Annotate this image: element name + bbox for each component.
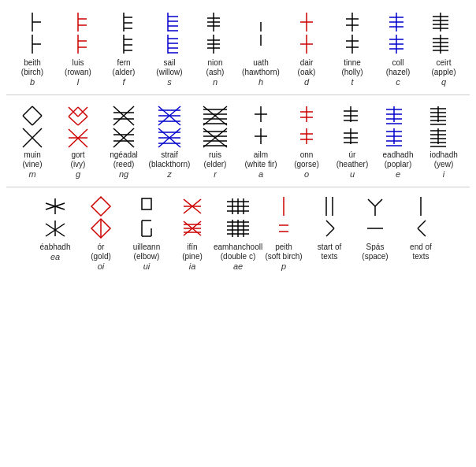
svg-rect-174 [142, 198, 151, 209]
char-uath: uath(hawthorn) h [238, 8, 284, 87]
char-letter-muin: m [28, 169, 35, 179]
section-1: beith(birch) b [6, 8, 470, 87]
svg-line-206 [326, 228, 334, 236]
char-name-ailm: ailm(white fir) [244, 150, 277, 169]
char-letter-straif: z [167, 169, 172, 179]
glyph-eabh-top [42, 195, 69, 217]
glyph-peith-top [274, 195, 293, 217]
char-name-uill: uilleann(elbow) [133, 243, 160, 261]
char-ailm: ailm(white fir) a [238, 100, 284, 179]
char-fern: fern(alder) f [101, 8, 147, 87]
char-name-or: ór(gold) [91, 243, 111, 261]
glyph-eamh-top [223, 195, 253, 217]
glyph-fern-bottom [112, 33, 136, 55]
glyph-start-top [320, 195, 339, 217]
divider-1 [6, 95, 470, 95]
glyph-nion-top [201, 11, 229, 33]
char-name-tinne: tinne(holly) [341, 58, 363, 77]
glyph-straif-bottom [154, 125, 184, 147]
char-coll: coll(hazel) c [375, 8, 421, 87]
char-straif: straif(blackthorn) z [147, 100, 192, 179]
char-letter-onn: o [304, 169, 309, 179]
char-ruis: ruis(elder) r [192, 100, 238, 179]
glyph-end-bottom [411, 217, 430, 239]
char-eadh: eadhadh(poplar) e [375, 100, 421, 179]
char-uill: uilleann(elbow) ui [124, 192, 169, 271]
char-name-fern: fern(alder) [113, 58, 136, 77]
glyph-ailm-bottom [251, 125, 270, 147]
glyph-nion-bottom [201, 33, 229, 55]
glyph-ngead-top [110, 103, 138, 125]
char-end: end oftexts [398, 192, 444, 271]
svg-line-81 [32, 106, 42, 116]
glyph-beith-bottom [20, 33, 44, 55]
char-name-onn: onn(gorse) [294, 150, 319, 169]
svg-line-213 [418, 228, 426, 236]
char-name-dair: dair(oak) [298, 58, 316, 77]
glyph-dair-bottom [297, 33, 316, 55]
glyph-coll-top [385, 11, 411, 33]
char-name-luis: luis(rowan) [65, 58, 91, 77]
glyph-fern-top [112, 11, 136, 33]
char-letter-ur: u [350, 169, 355, 179]
char-name-start: start oftexts [318, 243, 342, 261]
char-name-peith: peith(soft birch) [265, 243, 302, 261]
char-luis: luis(rowan) l [55, 8, 101, 87]
glyph-onn-bottom [296, 125, 318, 147]
char-letter-luis: l [77, 77, 79, 87]
char-start: start oftexts [307, 192, 352, 271]
glyph-eamh-bottom [223, 217, 253, 239]
glyph-ceirt-top [430, 11, 458, 33]
svg-line-212 [418, 221, 426, 228]
char-ur: úr(heather) u [329, 100, 375, 179]
char-name-straif: straif(blackthorn) [149, 150, 191, 169]
glyph-ngead-bottom [110, 125, 138, 147]
char-name-eabh: éabhadh [40, 243, 71, 252]
section-3: éabhadh ea ór(gold) oi [6, 192, 470, 271]
char-ceirt: ceirt(apple) q [421, 8, 467, 87]
char-letter-fern: f [122, 77, 125, 87]
glyph-straif-top [154, 103, 184, 125]
glyph-luis-bottom [66, 33, 90, 55]
glyph-ifin-top [180, 195, 205, 217]
glyph-end-top [411, 195, 430, 217]
char-letter-peith: p [281, 261, 286, 271]
char-name-gort: gort(ivy) [71, 150, 86, 169]
glyph-uath-bottom [253, 33, 269, 55]
char-ifin: ifín(pine) ia [169, 192, 215, 271]
char-onn: onn(gorse) o [284, 100, 329, 179]
glyph-uath-top [253, 11, 269, 33]
char-letter-eamh: ae [233, 261, 243, 271]
glyph-or-top [89, 195, 113, 217]
char-peith: peith(soft birch) p [261, 192, 307, 271]
glyph-spas-top [364, 195, 386, 217]
glyph-eadh-bottom [383, 125, 413, 147]
glyph-ifin-bottom [180, 217, 205, 239]
char-name-uath: uath(hawthorn) [242, 58, 280, 77]
glyph-gort-top [65, 103, 91, 125]
char-letter-or: oi [98, 261, 105, 271]
char-name-eadh: eadhadh(poplar) [383, 150, 414, 169]
char-letter-gort: g [76, 169, 80, 179]
char-dair: dair(oak) d [284, 8, 329, 87]
char-letter-uill: ui [143, 261, 151, 271]
char-name-ur: úr(heather) [337, 150, 369, 169]
svg-line-83 [32, 116, 42, 125]
svg-line-90 [69, 117, 78, 125]
glyph-ur-bottom [340, 125, 365, 147]
svg-line-208 [375, 199, 382, 206]
svg-line-91 [78, 117, 87, 125]
glyph-iodh-top [427, 103, 460, 125]
char-name-eamh: eamhanchooll(double c) [214, 243, 262, 261]
glyph-ceirt-bottom [430, 33, 458, 55]
char-letter-eadh: e [396, 169, 400, 179]
glyph-dair-top [297, 11, 316, 33]
glyph-spas-bottom [364, 217, 386, 239]
glyph-beith-top [20, 11, 44, 33]
char-tinne: tinne(holly) t [329, 8, 375, 87]
divider-2 [6, 187, 470, 187]
char-name-sail: sail(willow) [156, 58, 182, 77]
glyph-uill-bottom [137, 217, 156, 239]
char-name-ruis: ruis(elder) [204, 150, 227, 169]
char-name-muin: muin(vine) [22, 150, 42, 169]
